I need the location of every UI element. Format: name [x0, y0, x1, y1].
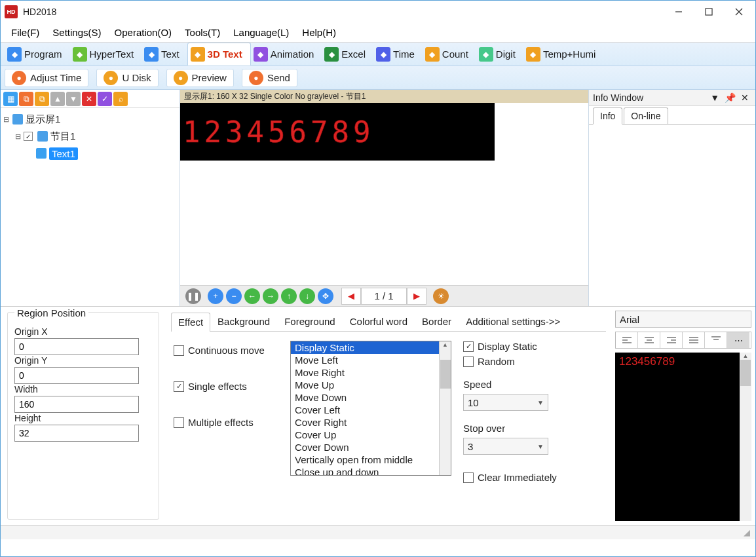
toolbar-program[interactable]: ◆Program: [5, 43, 70, 66]
info-title-bar: Info Window ▼ 📌 ✕: [589, 90, 755, 106]
effect-option[interactable]: Move Right: [291, 366, 451, 379]
listbox-scrollbar[interactable]: ▲: [439, 341, 451, 475]
tree-node-screen[interactable]: ⊟ 显示屏1: [2, 111, 178, 128]
mini-scrollbar[interactable]: ▲: [740, 353, 751, 521]
effect-option[interactable]: Move Up: [291, 379, 451, 391]
action-preview[interactable]: ●Preview: [166, 69, 234, 87]
preview-navbar: ❚❚ + − ← → ↑ ↓ ✥ ◀ 1 / 1 ▶ ☀: [180, 285, 588, 306]
zoom-out-icon[interactable]: −: [226, 288, 242, 304]
originy-input[interactable]: [14, 367, 139, 384]
info-tab-online[interactable]: On-line: [624, 107, 668, 124]
originx-input[interactable]: [14, 338, 139, 355]
info-dropdown-icon[interactable]: ▼: [710, 92, 719, 103]
action-toolbar: ●Adjust Time●U Disk●Preview●Send: [1, 66, 755, 90]
effects-listbox[interactable]: Display StaticMove LeftMove RightMove Up…: [290, 341, 451, 476]
menu-settings[interactable]: Settings(S): [46, 24, 107, 41]
tree-new-icon[interactable]: ▦: [3, 92, 18, 106]
sun-icon[interactable]: ☀: [433, 288, 449, 304]
toolbar-3d-text[interactable]: ◆3D Text: [187, 43, 251, 66]
project-tree[interactable]: ⊟ 显示屏1 ⊟ ✓ 节目1 Text1: [1, 108, 180, 164]
action-adjust-time[interactable]: ●Adjust Time: [5, 69, 88, 87]
tree-node-program[interactable]: ⊟ ✓ 节目1: [2, 128, 178, 145]
effect-option[interactable]: Cover Down: [291, 441, 451, 453]
align-right-icon[interactable]: [660, 332, 683, 348]
count-icon: ◆: [425, 47, 440, 62]
tree-up-icon[interactable]: ▲: [50, 92, 65, 106]
tree-down-icon[interactable]: ▼: [66, 92, 81, 106]
effect-option[interactable]: Move Left: [291, 354, 451, 366]
menu-language[interactable]: Language(L): [227, 24, 295, 41]
resize-grip-icon[interactable]: ◢: [744, 528, 750, 537]
page-prev-button[interactable]: ◀: [341, 288, 361, 305]
info-tab-info[interactable]: Info: [593, 107, 622, 125]
move-icon[interactable]: ✥: [318, 288, 333, 304]
menu-operation[interactable]: Operation(O): [108, 24, 179, 41]
menu-file[interactable]: File(F): [5, 24, 46, 41]
align-top-icon[interactable]: [705, 332, 727, 348]
subtab-border[interactable]: Border: [415, 312, 459, 331]
nav-up-icon[interactable]: ↑: [281, 288, 297, 304]
subtab-additional-settings-[interactable]: Additional settings->>: [459, 312, 567, 331]
minimize-button[interactable]: [664, 2, 694, 22]
nav-right-icon[interactable]: →: [263, 288, 278, 304]
width-input[interactable]: [14, 396, 139, 413]
align-more-icon[interactable]: ⋯: [727, 332, 749, 348]
menu-tools[interactable]: Tools(T): [178, 24, 227, 41]
program-checkbox[interactable]: ✓: [24, 132, 33, 141]
info-pin-icon[interactable]: 📌: [725, 92, 736, 103]
height-label: Height: [14, 413, 152, 423]
page-next-button[interactable]: ▶: [407, 288, 426, 305]
effect-option[interactable]: Cover Left: [291, 404, 451, 416]
clear-immediately-checkbox[interactable]: Clear Immediately: [463, 472, 588, 483]
toolbar-digit[interactable]: ◆Digit: [476, 43, 523, 66]
effect-option[interactable]: Display Static: [291, 341, 451, 354]
tree-paste-icon[interactable]: ⧉: [35, 92, 49, 106]
toolbar-time[interactable]: ◆Time: [373, 43, 423, 66]
pause-icon[interactable]: ❚❚: [185, 288, 201, 304]
multiple-effects-checkbox[interactable]: Multiple effects: [174, 417, 278, 428]
display-static-checkbox[interactable]: ✓Display Static: [463, 341, 588, 352]
tree-node-text[interactable]: Text1: [2, 145, 178, 162]
effect-option[interactable]: Close up and down: [291, 466, 451, 476]
action-u-disk[interactable]: ●U Disk: [96, 69, 158, 87]
toolbar-animation[interactable]: ◆Animation: [251, 43, 322, 66]
effect-option[interactable]: Move Down: [291, 391, 451, 404]
tree-text-label: Text1: [49, 147, 78, 160]
continuous-move-checkbox[interactable]: Continuous move: [174, 345, 278, 356]
project-tree-panel: ▦ ⧉ ⧉ ▲ ▼ ✕ ✓ ⌕ ⊟ 显示屏1 ⊟ ✓ 节目1 Text1: [1, 90, 180, 306]
random-checkbox[interactable]: Random: [463, 356, 588, 367]
toolbar-text[interactable]: ◆Text: [142, 43, 187, 66]
originy-label: Origin Y: [14, 355, 152, 366]
height-input[interactable]: [14, 425, 139, 442]
effect-option[interactable]: Vertically open from middle: [291, 453, 451, 466]
subtab-colorful-word[interactable]: Colorful word: [343, 312, 415, 331]
menu-help[interactable]: Help(H): [295, 24, 343, 41]
toolbar-count[interactable]: ◆Count: [423, 43, 476, 66]
action-send[interactable]: ●Send: [242, 69, 297, 87]
font-select[interactable]: Arial: [615, 311, 751, 328]
subtab-background[interactable]: Background: [210, 312, 277, 331]
close-button[interactable]: [724, 2, 754, 22]
nav-down-icon[interactable]: ↓: [299, 288, 315, 304]
maximize-button[interactable]: [694, 2, 724, 22]
tree-delete-icon[interactable]: ✕: [82, 92, 96, 106]
nav-left-icon[interactable]: ←: [244, 288, 260, 304]
align-justify-icon[interactable]: [683, 332, 705, 348]
info-close-icon[interactable]: ✕: [741, 92, 749, 103]
toolbar-temp-humi[interactable]: ◆Temp+Humi: [523, 43, 603, 66]
stopover-select[interactable]: 3▼: [463, 438, 548, 455]
toolbar-hypertext[interactable]: ◆HyperText: [70, 43, 142, 66]
tree-copy-icon[interactable]: ⧉: [19, 92, 33, 106]
effect-option[interactable]: Cover Up: [291, 429, 451, 441]
zoom-in-icon[interactable]: +: [208, 288, 223, 304]
speed-select[interactable]: 10▼: [463, 394, 548, 411]
effect-option[interactable]: Cover Right: [291, 416, 451, 429]
align-center-icon[interactable]: [638, 332, 660, 348]
align-left-icon[interactable]: [616, 332, 638, 348]
tree-search-icon[interactable]: ⌕: [113, 92, 128, 106]
single-effects-checkbox[interactable]: ✓Single effects: [174, 381, 278, 392]
subtab-foreground[interactable]: Foreground: [277, 312, 343, 331]
subtab-effect[interactable]: Effect: [171, 313, 210, 332]
toolbar-excel[interactable]: ◆Excel: [322, 43, 373, 66]
tree-check-icon[interactable]: ✓: [98, 92, 112, 106]
